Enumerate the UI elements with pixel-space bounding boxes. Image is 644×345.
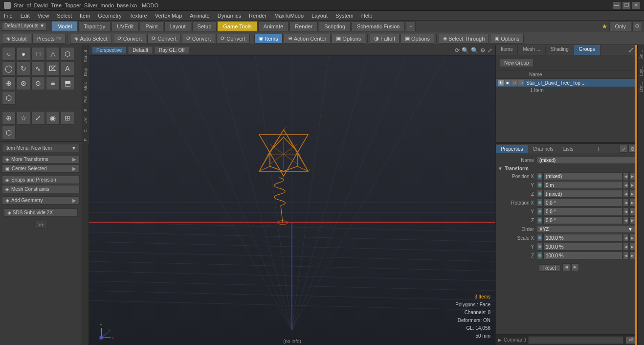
- pos-x-circle-btn[interactable]: [537, 172, 543, 180]
- convert-button-1[interactable]: ⟳ Convert: [113, 34, 147, 44]
- grid-tool[interactable]: ⌧: [46, 62, 60, 75]
- transform-section-header[interactable]: ▼ Transform: [498, 166, 635, 171]
- select-through-button[interactable]: ◈ Select Through: [439, 34, 489, 44]
- props-expand-icon[interactable]: ⤢: [620, 145, 627, 153]
- viewport-canvas[interactable]: .gl { stroke: #3a3f48; stroke-width: 0.5…: [89, 56, 495, 345]
- rot-z-dec-btn[interactable]: ◀: [623, 216, 629, 224]
- render-icon[interactable]: ■: [505, 80, 511, 86]
- vtab-pol[interactable]: Pol: [82, 93, 89, 106]
- cone-tool[interactable]: △: [46, 47, 60, 61]
- curve-tool[interactable]: ∿: [31, 62, 45, 75]
- reset-button[interactable]: Reset: [539, 264, 560, 272]
- action-center-button[interactable]: ⊕ Action Center: [284, 34, 331, 44]
- sds-subdivide-button[interactable]: ◈ SDS Subdivide 2X: [4, 208, 78, 217]
- center-selected-button[interactable]: ◉ Center Selected ▶: [2, 164, 80, 173]
- quad-tool[interactable]: ⊞: [61, 111, 74, 125]
- scale-z-dec-btn[interactable]: ◀: [623, 252, 629, 259]
- vtab-f[interactable]: F: [82, 136, 89, 144]
- name-value[interactable]: (mixed): [537, 156, 635, 164]
- position-y-input[interactable]: 0 m: [543, 181, 622, 189]
- pos-z-dec-btn[interactable]: ◀: [623, 190, 629, 198]
- vtab-uv[interactable]: UV: [82, 115, 89, 127]
- tab-animate[interactable]: Animate: [258, 22, 289, 31]
- rotate-tool[interactable]: ↻: [17, 62, 30, 75]
- tab-items[interactable]: Items: [496, 45, 518, 55]
- move-tool[interactable]: ⊕: [2, 111, 16, 125]
- add-props-tab-icon[interactable]: +: [594, 144, 604, 154]
- add-tool[interactable]: ⊕: [2, 76, 16, 90]
- tab-uvedit[interactable]: UVEdit: [111, 22, 139, 31]
- minimize-button[interactable]: —: [613, 2, 621, 9]
- sculpt-button[interactable]: ◈ Sculpt: [2, 34, 31, 44]
- menu-item-edit[interactable]: Edit: [17, 11, 34, 20]
- command-execute-button[interactable]: ⏎: [625, 336, 635, 344]
- auto-select-button[interactable]: ◈ Auto Select: [70, 34, 111, 44]
- tab-scripting[interactable]: Scripting: [319, 22, 351, 31]
- hex2-tool[interactable]: ⬡: [2, 126, 16, 139]
- item-row-star[interactable]: 👁 ■ □ □ Star_of_David_Tree_Top ...: [496, 79, 637, 87]
- rot-x-dec-btn[interactable]: ◀: [623, 199, 629, 207]
- maximize-viewport-icon[interactable]: ⤢: [488, 47, 492, 54]
- cross-tool[interactable]: ⊗: [17, 76, 30, 90]
- raygl-label[interactable]: Ray GL: Off: [155, 46, 189, 54]
- pen-tool[interactable]: ◉: [46, 111, 60, 125]
- scale-tool[interactable]: ⤢: [31, 111, 45, 125]
- zoom-out-icon[interactable]: 🔍: [462, 47, 469, 54]
- convert-button-4[interactable]: ⟳ Convert: [216, 34, 250, 44]
- sphere-solid-tool[interactable]: ●: [17, 47, 30, 61]
- pos-x-dec-btn[interactable]: ◀: [623, 172, 629, 180]
- circle-tool[interactable]: ◯: [2, 62, 16, 75]
- expand-left-button[interactable]: >>: [34, 221, 48, 229]
- pos-z-circle-btn[interactable]: [537, 190, 543, 198]
- pos-y-circle-btn[interactable]: [537, 181, 543, 189]
- menu-item-help[interactable]: Help: [357, 11, 377, 20]
- rot-z-circle-btn[interactable]: [537, 216, 543, 224]
- menu-item-maxtomodo[interactable]: MaxToModo: [270, 11, 308, 20]
- pos-y-dec-btn[interactable]: ◀: [623, 181, 629, 189]
- menu-item-render[interactable]: Render: [245, 11, 270, 20]
- perspective-view-label[interactable]: Perspective: [92, 46, 126, 54]
- tab-layout[interactable]: Layout: [164, 22, 191, 31]
- menu-item-vertex map[interactable]: Vertex Map: [151, 11, 186, 20]
- tab-model[interactable]: Model: [52, 22, 77, 31]
- vtab-mes[interactable]: Mes: [82, 79, 89, 93]
- star-shape-tool[interactable]: ☆: [17, 111, 30, 125]
- command-input[interactable]: [528, 336, 623, 344]
- hex-tool[interactable]: ⬡: [2, 91, 16, 105]
- rot-y-circle-btn[interactable]: [537, 207, 543, 215]
- falloff-button[interactable]: ◑ Falloff: [370, 34, 400, 44]
- polygon-tool[interactable]: ⬡: [61, 47, 74, 61]
- tab-render[interactable]: Render: [289, 22, 318, 31]
- text-tool[interactable]: A: [61, 62, 74, 75]
- add-geometry-button[interactable]: ◈ Add Geometry ▶: [2, 196, 80, 205]
- lines-tool[interactable]: ≡: [46, 76, 60, 90]
- position-x-input[interactable]: (mixed): [543, 172, 622, 180]
- menu-item-select[interactable]: Select: [53, 11, 76, 20]
- lock-icon[interactable]: □: [511, 80, 517, 86]
- menu-item-dynamics[interactable]: Dynamics: [214, 11, 245, 20]
- tab-game-tools[interactable]: Game Tools: [218, 22, 257, 31]
- titlebar-controls[interactable]: — ❐ ✕: [613, 2, 640, 9]
- tab-shading[interactable]: Shading: [546, 45, 574, 55]
- menu-item-animate[interactable]: Animate: [186, 11, 213, 20]
- scale-x-dec-btn[interactable]: ◀: [623, 234, 629, 242]
- rotation-z-input[interactable]: 0.0 °: [543, 216, 622, 224]
- items-button[interactable]: ◉ Items: [254, 34, 283, 44]
- dot-tool[interactable]: ⊙: [31, 76, 45, 90]
- order-dropdown[interactable]: XYZ ▼: [537, 225, 635, 233]
- scale-x-circle-btn[interactable]: [537, 234, 543, 242]
- maximize-button[interactable]: ❐: [622, 2, 630, 9]
- rotation-x-input[interactable]: 0.0 °: [543, 199, 622, 207]
- menu-item-layout[interactable]: Layout: [308, 11, 332, 20]
- scale-y-circle-btn[interactable]: [537, 243, 543, 251]
- new-group-button[interactable]: New Group: [500, 59, 533, 67]
- tab-paint[interactable]: Paint: [140, 22, 163, 31]
- options-button-3[interactable]: ▣ Options: [490, 34, 524, 44]
- properties-tab[interactable]: Properties: [496, 145, 528, 153]
- rotation-y-input[interactable]: 0.0 °: [543, 207, 622, 215]
- vis-icon2[interactable]: □: [518, 80, 524, 86]
- menu-item-item[interactable]: Item: [76, 11, 94, 20]
- menu-item-view[interactable]: View: [34, 11, 53, 20]
- close-button[interactable]: ✕: [632, 2, 640, 9]
- tab-setup[interactable]: Setup: [192, 22, 217, 31]
